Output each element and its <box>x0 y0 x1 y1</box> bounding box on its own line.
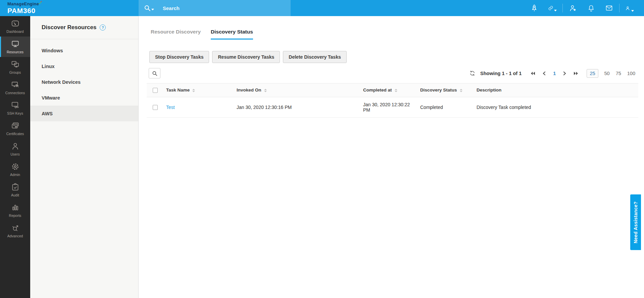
discovery-status-table: Task Name Invoked On Completed at Discov… <box>147 83 638 118</box>
sidebar-item-label: SSH Keys <box>7 111 23 115</box>
search-icon <box>152 71 157 76</box>
sidebar-item-reports[interactable]: Reports <box>0 200 30 221</box>
sidebar-item-users[interactable]: Users <box>0 139 30 159</box>
search-icon[interactable] <box>144 5 151 11</box>
sidebar-item-certificates[interactable]: Certificates <box>0 118 30 139</box>
monitor-icon <box>11 40 20 48</box>
sort-icon[interactable] <box>192 89 195 92</box>
column-header-task-name[interactable]: Task Name <box>163 83 234 97</box>
certificate-cards-icon <box>11 121 20 130</box>
table-search-button[interactable] <box>149 68 160 78</box>
link-icon[interactable] <box>548 3 557 13</box>
person-icon <box>11 142 20 151</box>
row-select-cell <box>147 97 163 117</box>
sidebar-item-label: Admin <box>10 173 20 177</box>
search-input[interactable] <box>163 5 277 11</box>
brand-swoosh-icon <box>38 1 42 4</box>
sidebar-item-ssh-keys[interactable]: SSH Keys <box>0 98 30 118</box>
task-name-cell: Test <box>163 97 234 117</box>
help-icon[interactable]: ? <box>100 24 106 31</box>
delete-discovery-tasks-button[interactable]: Delete Discovery Tasks <box>283 51 346 63</box>
sidebar-item-label: Groups <box>9 70 21 74</box>
current-page-number[interactable]: 1 <box>553 71 556 76</box>
main-sidebar: Dashboard Resources Groups Connections S… <box>0 16 30 298</box>
sidebar-item-label: Users <box>10 152 19 156</box>
panel-item-aws[interactable]: AWS <box>30 106 138 121</box>
sidebar-item-advanced[interactable]: Advanced <box>0 221 30 241</box>
sidebar-item-connections[interactable]: Connections <box>0 77 30 98</box>
app-window: ManageEngine PAM360 <box>0 0 644 298</box>
sidebar-item-resources[interactable]: Resources <box>0 37 30 57</box>
task-actions-toolbar: Stop Discovery Tasks Resume Discovery Ta… <box>149 51 644 63</box>
need-assistance-tab[interactable]: Need Assistance? <box>630 194 641 250</box>
last-page-button[interactable] <box>574 71 578 75</box>
next-page-button[interactable] <box>563 71 566 75</box>
completed-at-cell: Jan 30, 2020 12:30:22 PM <box>360 97 417 117</box>
page-size-75[interactable]: 75 <box>616 71 621 76</box>
sidebar-item-admin[interactable]: Admin <box>0 159 30 180</box>
need-assistance-label: Need Assistance? <box>633 201 638 243</box>
sort-icon[interactable] <box>264 89 267 92</box>
discover-resources-panel: Discover Resources ? Windows Linux Netwo… <box>30 16 139 298</box>
brand-product-name: PAM360 <box>7 7 39 14</box>
column-header-completed-at[interactable]: Completed at <box>360 83 417 97</box>
link-caret-icon <box>554 10 557 11</box>
page-size-100[interactable]: 100 <box>627 71 635 76</box>
sidebar-item-groups[interactable]: Groups <box>0 57 30 77</box>
row-checkbox[interactable] <box>153 105 158 110</box>
column-header-invoked-on[interactable]: Invoked On <box>234 83 360 97</box>
tab-resource-discovery[interactable]: Resource Discovery <box>151 29 201 40</box>
sidebar-item-label: Certificates <box>6 132 24 136</box>
task-name-link[interactable]: Test <box>166 105 175 110</box>
previous-page-button[interactable] <box>543 71 546 75</box>
bar-chart-icon <box>11 203 20 212</box>
user-caret-icon <box>631 10 634 12</box>
page-size-25[interactable]: 25 <box>587 69 598 78</box>
tab-bar: Resource Discovery Discovery Status <box>139 29 644 40</box>
invoked-on-cell: Jan 30, 2020 12:30:16 PM <box>234 97 360 117</box>
table-row: Test Jan 30, 2020 12:30:16 PM Jan 30, 20… <box>147 97 638 117</box>
sort-icon[interactable] <box>395 89 397 92</box>
sidebar-item-label: Reports <box>9 214 21 218</box>
bell-icon[interactable] <box>587 3 595 13</box>
column-header-discovery-status[interactable]: Discovery Status <box>417 83 474 97</box>
list-controls-bar: Showing 1 - 1 of 1 1 25 50 75 100 <box>149 68 638 78</box>
header-divider <box>619 4 620 12</box>
refresh-icon[interactable] <box>469 70 475 76</box>
mail-icon[interactable] <box>605 3 613 13</box>
tab-discovery-status[interactable]: Discovery Status <box>211 29 253 40</box>
clipboard-check-icon <box>11 183 20 191</box>
gauge-icon <box>11 19 20 28</box>
user-icon[interactable] <box>625 3 634 13</box>
main-content: Resource Discovery Discovery Status Stop… <box>139 16 644 298</box>
sort-icon[interactable] <box>460 89 462 92</box>
sidebar-item-label: Audit <box>11 193 19 197</box>
sidebar-item-audit[interactable]: Audit <box>0 180 30 200</box>
table-header-row: Task Name Invoked On Completed at Discov… <box>147 83 638 97</box>
top-header-bar: ManageEngine PAM360 <box>0 0 644 16</box>
resume-discovery-tasks-button[interactable]: Resume Discovery Tasks <box>212 51 280 63</box>
panel-item-network-devices[interactable]: Network Devices <box>30 74 138 90</box>
select-all-cell <box>147 83 163 97</box>
panel-item-vmware[interactable]: VMware <box>30 90 138 106</box>
page-size-50[interactable]: 50 <box>604 71 610 76</box>
sidebar-item-label: Advanced <box>7 234 23 238</box>
page-title: Discover Resources <box>42 24 96 31</box>
panel-item-linux[interactable]: Linux <box>30 58 138 74</box>
search-scope-caret-icon[interactable] <box>151 9 154 10</box>
sidebar-item-dashboard[interactable]: Dashboard <box>0 16 30 37</box>
sidebar-item-label: Resources <box>7 50 23 54</box>
stop-discovery-tasks-button[interactable]: Stop Discovery Tasks <box>149 51 209 63</box>
brand-company-name: ManageEngine <box>7 2 39 6</box>
brand-logo: ManageEngine PAM360 <box>7 2 39 14</box>
user-star-icon[interactable] <box>568 3 577 13</box>
panel-header: Discover Resources ? <box>30 16 138 39</box>
select-all-checkbox[interactable] <box>153 88 158 93</box>
pagination: Showing 1 - 1 of 1 1 25 50 75 100 <box>469 69 638 78</box>
panel-item-windows[interactable]: Windows <box>30 43 138 58</box>
monitor-cursor-icon <box>11 80 20 89</box>
global-search-bar <box>139 0 291 16</box>
first-page-button[interactable] <box>531 71 535 75</box>
share-arrows-icon <box>11 224 20 232</box>
rocket-icon[interactable] <box>530 3 539 13</box>
